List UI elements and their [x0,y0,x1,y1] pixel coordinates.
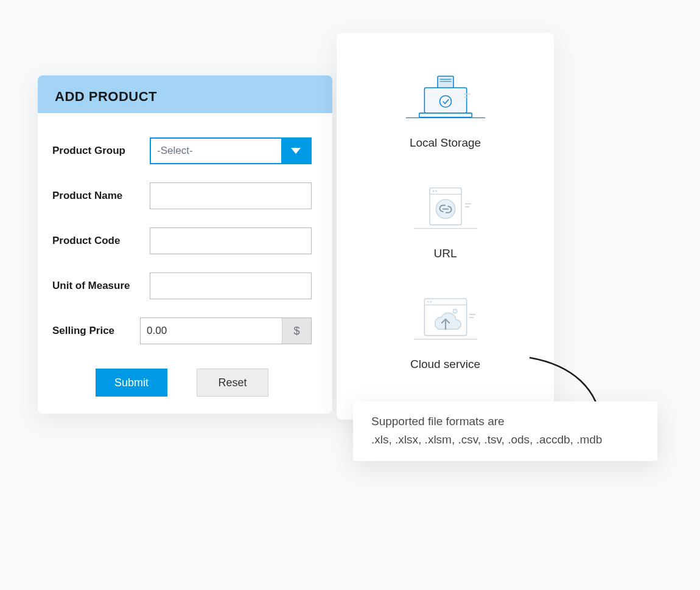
label-selling-price: Selling Price [52,325,140,337]
local-storage-icon [406,69,485,124]
product-group-select[interactable]: -Select- [150,137,312,164]
svg-marker-0 [291,148,301,154]
product-code-input[interactable] [150,227,312,254]
source-label-local: Local Storage [410,136,481,150]
formats-list: .xls, .xlsx, .xlsm, .csv, .tsv, .ods, .a… [371,433,639,446]
svg-point-13 [432,190,434,192]
svg-rect-3 [419,113,472,117]
source-label-cloud: Cloud service [410,358,480,371]
form-header: ADD PRODUCT [38,75,332,113]
sources-card: Local Storage URL [337,33,554,420]
svg-point-14 [435,190,437,192]
form-title: ADD PRODUCT [55,89,315,105]
source-local-storage[interactable]: Local Storage [349,69,542,150]
product-name-input[interactable] [150,182,312,209]
submit-button[interactable]: Submit [96,369,167,397]
source-cloud[interactable]: Cloud service [349,291,542,371]
row-unit-of-measure: Unit of Measure [52,272,312,299]
label-product-group: Product Group [52,145,150,157]
svg-rect-2 [424,88,466,113]
row-selling-price: Selling Price $ [52,318,312,344]
label-product-name: Product Name [52,190,150,202]
add-product-card: ADD PRODUCT Product Group -Select- Produ… [38,75,332,414]
unit-of-measure-input[interactable] [150,272,312,299]
row-product-group: Product Group -Select- [52,137,312,164]
dropdown-button[interactable] [281,139,310,163]
source-label-url: URL [433,247,457,260]
row-product-code: Product Code [52,227,312,254]
chevron-down-icon [291,148,301,154]
selling-price-field: $ [140,318,312,344]
svg-rect-5 [438,76,453,88]
cloud-upload-icon [406,291,485,345]
form-body: Product Group -Select- Product Name Prod… [38,113,332,414]
svg-point-21 [427,301,429,303]
selling-price-input[interactable] [141,318,282,344]
supported-formats-card: Supported file formats are .xls, .xlsx, … [353,401,657,461]
url-icon [406,180,485,235]
reset-button[interactable]: Reset [197,369,268,397]
row-product-name: Product Name [52,182,312,209]
svg-point-22 [430,301,432,303]
source-url[interactable]: URL [349,180,542,260]
label-unit-of-measure: Unit of Measure [52,280,150,292]
formats-title: Supported file formats are [371,415,639,428]
product-group-placeholder: -Select- [151,139,281,163]
label-product-code: Product Code [52,235,150,247]
form-buttons: Submit Reset [52,369,312,397]
currency-symbol: $ [282,318,311,344]
svg-point-23 [453,309,457,313]
